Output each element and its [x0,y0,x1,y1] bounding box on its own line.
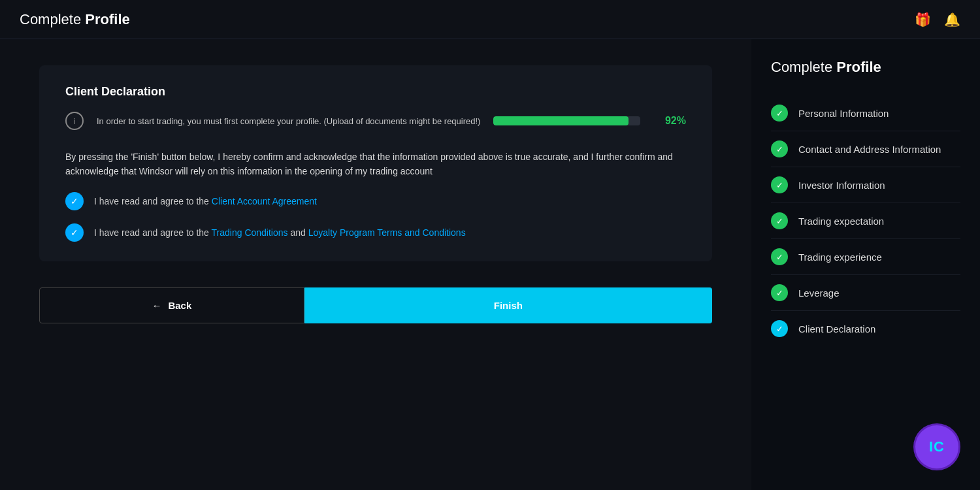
checkbox-row-1: ✓ I have read and agree to the Client Ac… [65,192,686,210]
sidebar-label-expectation: Trading expectation [798,216,884,227]
checkbox-2-label: I have read and agree to the Trading Con… [94,227,466,238]
sidebar: Complete Profile ✓ Personal Information … [751,39,980,490]
back-arrow-icon: ← [152,300,161,311]
header: Complete Profile 🎁 🔔 [0,0,980,39]
info-icon: i [65,112,84,130]
check-green-expectation: ✓ [771,212,788,229]
sidebar-label-investor: Investor Information [798,180,885,191]
checkbox-2-icon[interactable]: ✓ [65,223,84,242]
checkbox-1-icon[interactable]: ✓ [65,192,84,210]
checkbox-row-2: ✓ I have read and agree to the Trading C… [65,223,686,242]
sidebar-title: Complete Profile [771,59,960,76]
finish-button[interactable]: Finish [304,287,712,323]
loyalty-program-link[interactable]: Loyalty Program Terms and Conditions [308,227,466,238]
check-blue-declaration: ✓ [771,320,788,337]
sidebar-label-contact: Contact and Address Information [798,144,941,155]
progress-percent: 92% [653,115,686,127]
buttons-row: ← Back Finish [39,287,712,323]
back-button[interactable]: ← Back [39,287,304,323]
avatar-initials: IC [929,438,945,455]
sidebar-item-leverage[interactable]: ✓ Leverage [771,275,960,311]
check-green-contact: ✓ [771,140,788,157]
header-title: Complete Profile [20,11,130,28]
sidebar-item-trading-experience[interactable]: ✓ Trading experience [771,239,960,275]
sidebar-label-leverage: Leverage [798,287,840,299]
sidebar-item-personal-information[interactable]: ✓ Personal Information [771,95,960,131]
main-layout: Client Declaration i In order to start t… [0,39,980,490]
sidebar-item-trading-expectation[interactable]: ✓ Trading expectation [771,203,960,239]
trading-conditions-link[interactable]: Trading Conditions [212,227,288,238]
progress-bar-wrap [493,116,640,125]
progress-info-text: In order to start trading, you must firs… [97,116,480,126]
checkbox-1-label: I have read and agree to the Client Acco… [94,196,317,206]
sidebar-label-personal: Personal Information [798,108,889,119]
header-icons: 🎁 🔔 [915,12,960,27]
check-green-experience: ✓ [771,248,788,265]
bell-icon[interactable]: 🔔 [944,12,960,27]
declaration-body-text: By pressing the 'Finish' button below, I… [65,150,686,179]
client-account-agreement-link[interactable]: Client Account Agreement [212,196,317,206]
sidebar-item-client-declaration[interactable]: ✓ Client Declaration [771,311,960,346]
sidebar-label-declaration: Client Declaration [798,323,875,335]
progress-bar-fill [493,116,629,125]
progress-section: i In order to start trading, you must fi… [65,112,686,130]
client-declaration-card: Client Declaration i In order to start t… [39,65,712,261]
gift-icon[interactable]: 🎁 [915,12,931,27]
check-green-personal: ✓ [771,105,788,122]
sidebar-label-experience: Trading experience [798,252,882,263]
avatar-button[interactable]: IC [913,423,960,470]
check-green-leverage: ✓ [771,284,788,301]
content-area: Client Declaration i In order to start t… [0,39,751,490]
card-title: Client Declaration [65,85,686,99]
check-green-investor: ✓ [771,176,788,193]
sidebar-item-investor[interactable]: ✓ Investor Information [771,167,960,203]
sidebar-item-contact-address[interactable]: ✓ Contact and Address Information [771,131,960,167]
